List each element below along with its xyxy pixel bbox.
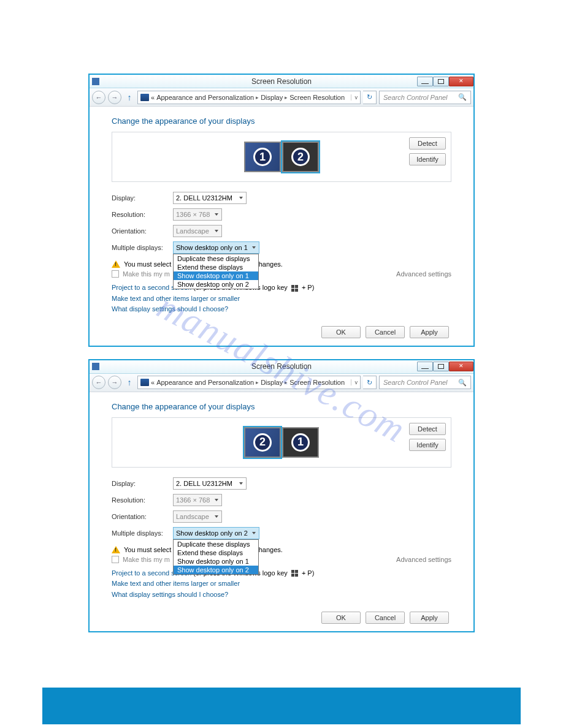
breadcrumb-item[interactable]: Screen Resolution: [289, 379, 345, 386]
search-icon[interactable]: 🔍: [458, 379, 467, 387]
titlebar[interactable]: Screen Resolution: [90, 360, 473, 374]
dropdown-option[interactable]: Extend these displays: [174, 548, 258, 557]
monitor-2[interactable]: 2: [244, 427, 281, 458]
nav-toolbar: ← → ↑ « Appearance and Personalization ▸…: [90, 374, 473, 392]
search-icon[interactable]: 🔍: [458, 93, 467, 101]
monitor-number: 1: [291, 433, 310, 452]
titlebar[interactable]: Screen Resolution: [90, 75, 473, 88]
forward-button[interactable]: →: [108, 376, 121, 389]
main-display-label: Make this my m: [123, 556, 170, 563]
dropdown-option[interactable]: Duplicate these displays: [174, 254, 258, 263]
project-hint-end: + P): [302, 284, 314, 291]
chevron-right-icon: ▸: [285, 379, 288, 385]
up-button[interactable]: ↑: [124, 93, 135, 102]
display-settings-help-link[interactable]: What display settings should I choose?: [112, 305, 228, 313]
monitor-1[interactable]: 1: [244, 142, 281, 172]
multiple-displays-label: Multiple displays:: [112, 529, 173, 537]
display-select[interactable]: 2. DELL U2312HM: [173, 477, 247, 490]
monitor-2[interactable]: 2: [282, 142, 319, 172]
close-button[interactable]: [449, 362, 473, 371]
ok-button[interactable]: OK: [321, 612, 361, 624]
cancel-button[interactable]: Cancel: [366, 612, 405, 624]
multiple-displays-select[interactable]: Show desktop only on 1: [173, 241, 259, 254]
forward-button[interactable]: →: [108, 91, 121, 104]
dropdown-option-selected[interactable]: Show desktop only on 1: [174, 271, 258, 280]
chevron-right-icon: ▸: [256, 379, 259, 385]
display-preview: 2 1 Detect Identify: [112, 417, 451, 468]
screen-resolution-window-2: Screen Resolution ← → ↑ « Appearance and…: [88, 359, 475, 632]
maximize-button[interactable]: [433, 362, 449, 371]
back-button[interactable]: ←: [92, 91, 105, 104]
display-preview: 1 2 Detect Identify: [112, 132, 451, 182]
breadcrumb-item[interactable]: Appearance and Personalization: [156, 94, 254, 101]
multiple-displays-label: Multiple displays:: [112, 244, 173, 251]
close-button[interactable]: [449, 77, 473, 86]
identify-button[interactable]: Identify: [409, 153, 446, 165]
text-size-link[interactable]: Make text and other items larger or smal…: [112, 580, 240, 587]
search-input[interactable]: Search Control Panel 🔍: [379, 376, 471, 389]
advanced-settings-link[interactable]: Advanced settings: [396, 556, 451, 563]
display-label: Display:: [112, 194, 173, 202]
project-hint-end: + P): [302, 569, 314, 577]
main-display-checkbox[interactable]: [112, 270, 119, 278]
orientation-label: Orientation:: [112, 227, 173, 235]
page-heading: Change the appearance of your displays: [112, 402, 451, 411]
window-title: Screen Resolution: [90, 362, 473, 371]
search-input[interactable]: Search Control Panel 🔍: [379, 91, 471, 104]
resolution-select[interactable]: 1366 × 768: [173, 208, 222, 221]
dropdown-chevron-icon[interactable]: v: [351, 379, 358, 385]
ok-button[interactable]: OK: [321, 326, 361, 338]
screen-resolution-window-1: Screen Resolution ← → ↑ « Appearance and…: [88, 74, 475, 347]
apply-button[interactable]: Apply: [410, 326, 449, 338]
search-placeholder: Search Control Panel: [383, 379, 448, 386]
chevron-right-icon: ▸: [256, 94, 259, 100]
control-panel-icon: [140, 94, 149, 101]
text-size-link[interactable]: Make text and other items larger or smal…: [112, 295, 240, 302]
multiple-displays-dropdown: Duplicate these displays Extend these di…: [173, 254, 259, 289]
nav-toolbar: ← → ↑ « Appearance and Personalization ▸…: [90, 88, 473, 107]
back-button[interactable]: ←: [92, 376, 105, 389]
multiple-displays-dropdown: Duplicate these displays Extend these di…: [173, 539, 259, 575]
maximize-button[interactable]: [433, 77, 449, 86]
dropdown-option[interactable]: Show desktop only on 1: [174, 557, 258, 566]
refresh-button[interactable]: ↻: [363, 91, 377, 104]
breadcrumb-chev: «: [151, 379, 155, 386]
breadcrumb[interactable]: « Appearance and Personalization ▸ Displ…: [137, 376, 361, 389]
detect-button[interactable]: Detect: [409, 137, 446, 150]
multiple-displays-select[interactable]: Show desktop only on 2: [173, 527, 259, 539]
breadcrumb-item[interactable]: Appearance and Personalization: [156, 379, 254, 386]
minimize-button[interactable]: [417, 77, 433, 86]
up-button[interactable]: ↑: [124, 377, 135, 387]
display-label: Display:: [112, 480, 173, 487]
display-select[interactable]: 2. DELL U2312HM: [173, 192, 247, 204]
advanced-settings-link[interactable]: Advanced settings: [396, 270, 451, 278]
dropdown-option[interactable]: Duplicate these displays: [174, 540, 258, 548]
resolution-select[interactable]: 1366 × 768: [173, 494, 222, 506]
display-settings-help-link[interactable]: What display settings should I choose?: [112, 591, 228, 598]
refresh-button[interactable]: ↻: [363, 376, 377, 389]
page-heading: Change the appearance of your displays: [112, 116, 451, 126]
identify-button[interactable]: Identify: [409, 439, 446, 451]
main-display-label: Make this my m: [123, 270, 170, 278]
breadcrumb-item[interactable]: Screen Resolution: [289, 94, 345, 101]
dropdown-chevron-icon[interactable]: v: [351, 94, 358, 100]
breadcrumb-item[interactable]: Display: [261, 94, 283, 101]
dropdown-option-selected[interactable]: Show desktop only on 2: [174, 566, 258, 574]
monitor-number: 2: [253, 433, 272, 452]
dropdown-option[interactable]: Extend these displays: [174, 263, 258, 271]
main-display-checkbox[interactable]: [112, 556, 119, 563]
monitor-number: 1: [253, 148, 272, 166]
detect-button[interactable]: Detect: [409, 423, 446, 435]
cancel-button[interactable]: Cancel: [366, 326, 405, 338]
minimize-button[interactable]: [417, 362, 433, 371]
chevron-right-icon: ▸: [285, 94, 288, 100]
apply-button[interactable]: Apply: [410, 612, 449, 624]
breadcrumb[interactable]: « Appearance and Personalization ▸ Displ…: [137, 91, 361, 104]
monitor-number: 2: [291, 148, 310, 166]
orientation-select[interactable]: Landscape: [173, 225, 222, 237]
breadcrumb-item[interactable]: Display: [261, 379, 283, 386]
orientation-label: Orientation:: [112, 513, 173, 520]
dropdown-option[interactable]: Show desktop only on 2: [174, 280, 258, 289]
orientation-select[interactable]: Landscape: [173, 510, 222, 523]
monitor-1[interactable]: 1: [282, 427, 319, 458]
